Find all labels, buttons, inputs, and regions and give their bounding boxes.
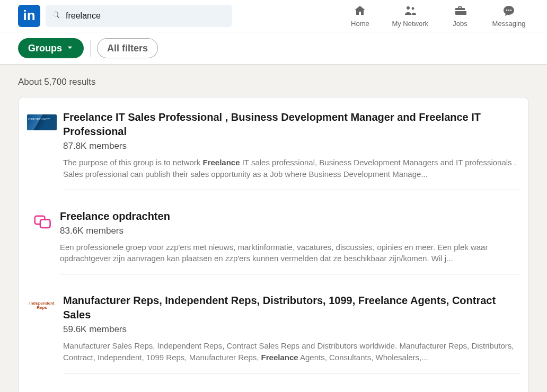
result-members: 87.8K members — [63, 141, 520, 152]
nav-messaging[interactable]: Messaging — [492, 4, 526, 28]
group-thumbnail: Independent Reps — [27, 298, 57, 314]
all-filters-button[interactable]: All filters — [97, 38, 158, 58]
search-icon — [52, 11, 60, 21]
group-thumbnail — [27, 114, 57, 130]
nav-label: Jobs — [453, 20, 467, 28]
briefcase-icon — [454, 4, 466, 19]
filter-label: All filters — [107, 43, 148, 54]
nav-label: Messaging — [492, 20, 526, 28]
home-icon — [354, 4, 366, 19]
result-description: Een professionele groep voor zzp'ers met… — [60, 242, 520, 265]
result-title[interactable]: Manufacturer Reps, Independent Reps, Dis… — [63, 293, 520, 322]
result-description: Manufacturer Sales Reps, Independent Rep… — [63, 340, 520, 363]
nav-network[interactable]: My Network — [392, 4, 428, 28]
nav-jobs[interactable]: Jobs — [443, 4, 477, 28]
results-count: About 5,700 results — [0, 77, 547, 87]
result-item[interactable]: Freelance IT Sales Professional , Busine… — [27, 101, 520, 200]
filter-groups-pill[interactable]: Groups — [18, 38, 84, 58]
result-description: The purpose of this group is to network … — [63, 157, 520, 180]
chevron-down-icon — [66, 43, 74, 54]
nav-items: Home My Network Jobs Messaging — [343, 4, 526, 28]
search-input[interactable] — [66, 11, 226, 21]
result-members: 59.6K members — [63, 324, 520, 335]
result-members: 83.6K members — [60, 226, 520, 236]
people-icon — [404, 4, 417, 19]
messaging-icon — [502, 4, 515, 19]
result-item[interactable]: Independent Reps Manufacturer Reps, Inde… — [27, 284, 520, 383]
linkedin-logo[interactable]: in — [18, 5, 40, 27]
filter-bar: Groups All filters — [0, 32, 547, 65]
result-title[interactable]: Freelance opdrachten — [60, 209, 520, 224]
svg-rect-3 — [40, 219, 50, 227]
search-box[interactable] — [46, 5, 232, 27]
result-title[interactable]: Freelance IT Sales Professional , Busine… — [63, 110, 520, 139]
divider — [90, 40, 91, 57]
svg-point-1 — [411, 7, 414, 10]
results-card: Freelance IT Sales Professional , Busine… — [18, 97, 529, 392]
group-thumbnail — [32, 213, 54, 229]
filter-label: Groups — [28, 43, 62, 54]
top-nav: in Home My Network Jobs — [0, 0, 547, 32]
result-item[interactable]: Freelance opdrachten 83.6K members Een p… — [27, 200, 520, 284]
nav-home[interactable]: Home — [343, 4, 377, 28]
nav-label: My Network — [392, 20, 428, 28]
result-item[interactable]: Freelance Professionals 57.6K members — [27, 383, 520, 393]
nav-label: Home — [351, 20, 369, 28]
results-page: About 5,700 results Freelance IT Sales P… — [0, 65, 547, 392]
svg-point-0 — [407, 6, 410, 10]
